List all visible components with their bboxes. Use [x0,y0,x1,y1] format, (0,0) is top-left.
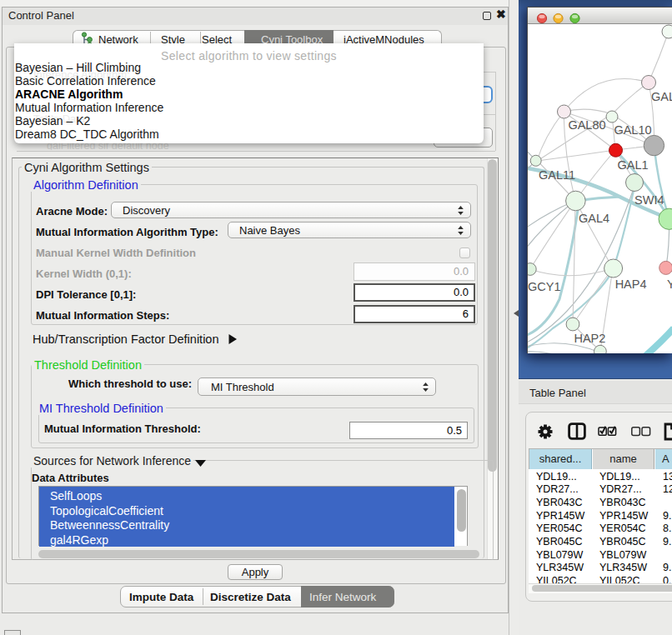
svg-text:HAP2: HAP2 [574,332,605,345]
svg-text:YEL0: YEL0 [667,278,672,291]
svg-text:GAL80: GAL80 [568,118,605,132]
svg-text:GAL11: GAL11 [539,168,575,182]
svg-text:GAL1: GAL1 [617,158,648,172]
svg-text:GAL4: GAL4 [579,212,609,225]
svg-text:GAL10: GAL10 [614,123,651,137]
svg-text:SWI4: SWI4 [634,193,664,207]
svg-text:GAL7: GAL7 [651,90,672,103]
svg-text:HAP4: HAP4 [615,278,647,291]
svg-text:GCY1: GCY1 [528,280,561,293]
